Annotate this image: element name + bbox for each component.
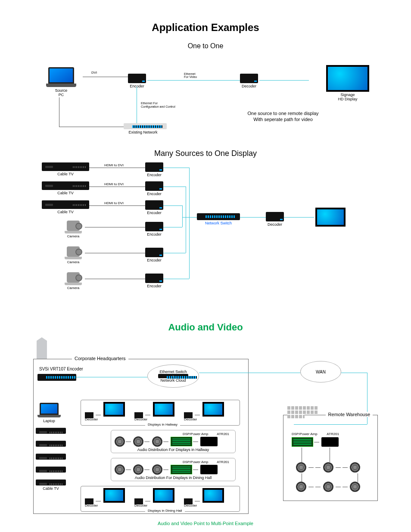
encoder-label: Encoder xyxy=(145,232,163,236)
diagram-audio-video: Corporate Headquarters SVSi VRT107 Encod… xyxy=(33,337,378,518)
existing-network-icon xyxy=(124,123,167,129)
decoder-icon xyxy=(240,74,258,83)
connector-line xyxy=(126,470,131,470)
speaker-icon xyxy=(350,482,360,492)
enc1-line xyxy=(163,168,189,168)
encoder-device: Encoder xyxy=(128,74,146,88)
display-screen-icon xyxy=(202,402,224,417)
hallway-d3 xyxy=(184,402,224,418)
displays-hallway-label: Displays in Hallway xyxy=(145,423,180,426)
rw-speakers-1 xyxy=(296,462,360,473)
connector-line xyxy=(314,442,319,442)
audio-video-title: Audio and Video xyxy=(17,322,394,333)
hdmi-line-3 xyxy=(89,205,145,206)
network-switch-label: Network Switch xyxy=(197,221,240,225)
enc6-line-v xyxy=(189,217,190,279)
display-screen-icon xyxy=(153,488,174,503)
rw-dsp-down-line xyxy=(302,448,302,462)
cam-line-2 xyxy=(85,253,145,253)
camera-label: Camera xyxy=(63,234,83,238)
atr-label: ATR201 xyxy=(217,460,229,464)
d3-cable-5: Cable TV xyxy=(36,479,66,491)
cable-tv-icon xyxy=(36,479,66,485)
source-pc: Source PC xyxy=(46,67,76,97)
encoder-label: Encoder xyxy=(128,84,146,88)
camera-base-icon xyxy=(65,257,82,259)
encoder-2: Encoder xyxy=(145,181,163,196)
connector-line xyxy=(195,415,200,415)
enc2-line xyxy=(163,187,186,187)
encoder-1: Encoder xyxy=(145,162,163,177)
speaker-icon xyxy=(350,462,360,473)
network-switch: Network Switch xyxy=(197,213,240,225)
decoder-icon xyxy=(266,212,284,221)
d2-display xyxy=(315,208,346,227)
dsp-label: DSP/Power Amp xyxy=(183,460,209,464)
dining-decoder-label-2: Decoder xyxy=(134,504,147,507)
camera-base-icon xyxy=(65,283,82,285)
cable-tv-icon xyxy=(36,454,66,460)
audio-hallway-devices xyxy=(115,436,232,447)
camera-icon xyxy=(67,246,80,257)
connector-line xyxy=(163,470,168,470)
hdmi-label-3: HDMI to DVI xyxy=(104,201,124,205)
decoder-to-display-line xyxy=(284,217,314,218)
encoder-icon xyxy=(145,200,163,210)
laptop-screen-icon xyxy=(48,67,74,84)
decoder-device: Decoder xyxy=(240,74,258,88)
camera-2: Camera xyxy=(63,246,83,264)
cloud-to-wan-line xyxy=(199,373,300,373)
camera-icon xyxy=(67,221,80,231)
dining-decoder-label-3: Decoder xyxy=(184,504,197,507)
eth-switch-icon xyxy=(158,374,188,378)
display-screen-icon xyxy=(103,488,125,503)
cam-line-3 xyxy=(85,279,145,279)
hallway-d1 xyxy=(85,402,125,418)
d3-cable-4 xyxy=(36,467,66,473)
dining-display xyxy=(202,488,224,504)
atr-icon xyxy=(200,437,218,446)
cable-tv-icon xyxy=(36,467,66,473)
cable-tv-1: Cable TV xyxy=(42,162,89,176)
hdmi-label-2: HDMI to DVI xyxy=(104,182,124,186)
svg-rect-3 xyxy=(38,347,40,348)
hallway-display xyxy=(103,402,125,418)
speaker-icon xyxy=(152,436,162,447)
display-screen-icon xyxy=(103,402,125,417)
decoder-label: Decoder xyxy=(266,222,284,227)
connector-line xyxy=(342,467,348,468)
dsp-amp-icon xyxy=(292,437,313,447)
dsp-amp-icon xyxy=(171,437,192,446)
audio-hallway-label: Audio Distribution For Displays in Hallw… xyxy=(115,448,232,452)
rw-spk-v1 xyxy=(302,473,302,482)
enc5-line-v xyxy=(186,217,186,253)
cable-tv-label: Cable TV xyxy=(42,191,89,195)
page: Application Examples One to One Source P… xyxy=(0,0,411,532)
svg-rect-5 xyxy=(38,350,40,352)
display-screen-icon xyxy=(153,402,174,417)
dvi-label: DVI xyxy=(91,71,97,75)
building-icon xyxy=(33,337,50,360)
svg-rect-2 xyxy=(42,343,44,345)
server-shelf-icon xyxy=(287,411,318,414)
server-shelf-icon xyxy=(287,406,318,410)
d2-decoder: Decoder xyxy=(266,212,284,227)
diagram-one-to-one: Source PC DVI Encoder Ethernet For Video… xyxy=(42,54,369,140)
camera-3: Camera xyxy=(63,272,83,290)
net-cloud-label: Network Cloud xyxy=(160,378,186,383)
dining-display xyxy=(153,488,174,504)
display-screen-icon xyxy=(326,65,369,92)
svsi-encoder-label: SVSi VRT107 Encoder xyxy=(39,367,83,371)
enc4-line xyxy=(163,227,182,227)
laptop-screen-icon xyxy=(40,403,59,415)
hdmi-line-2 xyxy=(89,187,145,187)
connector-line xyxy=(315,487,321,487)
cable-tv-3: Cable TV xyxy=(42,200,89,214)
displays-dining-label: Displays in Dining Hall xyxy=(145,509,185,513)
camera-label: Camera xyxy=(63,286,83,290)
enc6-line xyxy=(163,279,189,279)
connector-line xyxy=(126,442,131,442)
dining-decoder-label-1: Decoder xyxy=(85,504,98,507)
encoder-4: Encoder xyxy=(145,222,163,236)
switch-to-decoder-line xyxy=(240,217,266,218)
